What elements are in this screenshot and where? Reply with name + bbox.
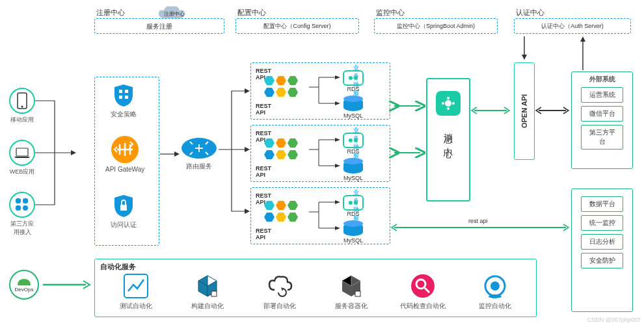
plat-log: 日志分析 bbox=[581, 234, 623, 250]
client-third bbox=[9, 192, 35, 218]
svg-point-18 bbox=[349, 201, 353, 205]
header-mon: 监控中心 bbox=[376, 8, 405, 18]
svg-rect-9 bbox=[119, 96, 122, 99]
helmet-icon bbox=[16, 278, 32, 287]
rest-api-label: rest api bbox=[468, 218, 488, 224]
auto-code: 代码检查自动化 bbox=[390, 273, 455, 311]
client-third-label: 第三方应 用接入 bbox=[7, 220, 38, 237]
svg-point-16 bbox=[349, 138, 353, 142]
svg-point-23 bbox=[447, 97, 449, 99]
svg-rect-4 bbox=[23, 198, 28, 203]
svg-rect-5 bbox=[16, 205, 21, 211]
automation-container: 自动化服务 测试自动化 构建自动化 部署自动化 服务容器化 代码检查自动化 监控… bbox=[94, 259, 537, 317]
auto-test: 测试自动化 bbox=[103, 273, 168, 311]
arrow-gw-router bbox=[160, 151, 180, 157]
security-policy: 安全策略 bbox=[111, 83, 137, 119]
access-auth: 访问认证 bbox=[111, 194, 137, 229]
svg-rect-7 bbox=[119, 90, 122, 93]
svg-point-17 bbox=[354, 138, 358, 142]
svg-rect-10 bbox=[125, 96, 128, 99]
plat-sec: 安全防护 bbox=[581, 253, 623, 268]
svg-point-21 bbox=[442, 102, 444, 105]
svg-rect-25 bbox=[124, 274, 148, 298]
cloud-sync-icon bbox=[267, 273, 293, 299]
header-cfg: 配置中心 bbox=[237, 8, 266, 18]
auto-build: 构建自动化 bbox=[175, 273, 240, 311]
api-gateway: API GateWay bbox=[105, 135, 144, 173]
arrow-msg-openapi bbox=[472, 104, 511, 117]
router-service: 路由服务 bbox=[181, 136, 217, 171]
arrow-router-fanout bbox=[219, 84, 251, 221]
svg-point-19 bbox=[354, 201, 358, 205]
rds-icon: RDS bbox=[343, 70, 364, 92]
svg-point-1 bbox=[21, 106, 23, 108]
message-icon bbox=[436, 91, 461, 116]
header-auth: 认证中心 bbox=[516, 8, 544, 18]
svg-rect-26 bbox=[211, 291, 217, 296]
laptop-icon bbox=[14, 147, 31, 159]
svg-point-20 bbox=[445, 100, 451, 107]
chart-icon bbox=[123, 273, 149, 299]
ext-third: 第三方平台 bbox=[581, 125, 623, 150]
client-web bbox=[9, 140, 35, 166]
svg-point-28 bbox=[411, 274, 435, 298]
arrow-auth-up bbox=[579, 35, 592, 73]
client-mobile-label: 移动应用 bbox=[9, 116, 35, 124]
auto-deploy: 部署自动化 bbox=[247, 273, 312, 311]
svg-rect-3 bbox=[16, 198, 21, 203]
camera-icon bbox=[482, 273, 508, 299]
search-icon bbox=[410, 273, 436, 299]
cloud-label: 注册中心 bbox=[164, 10, 185, 18]
router-icon bbox=[181, 136, 217, 160]
svg-point-6 bbox=[23, 205, 28, 211]
message-center: 消息 中心 bbox=[426, 78, 470, 202]
svg-point-32 bbox=[489, 294, 502, 298]
arrow-openapi-ext bbox=[536, 104, 570, 117]
platforms: 数据平台 统一监控 日志分析 安全防护 bbox=[571, 188, 633, 312]
svg-rect-27 bbox=[355, 291, 360, 296]
arrow-ms-msg bbox=[392, 88, 424, 218]
plat-data: 数据平台 bbox=[581, 196, 623, 212]
box-config: 配置中心（Config Server) bbox=[235, 18, 359, 34]
external-systems: 外部系统 运营系统 微信平台 第三方平台 bbox=[571, 72, 633, 169]
auto-monitor: 监控自动化 bbox=[463, 273, 528, 311]
svg-rect-2 bbox=[16, 148, 28, 156]
cube2-icon bbox=[338, 273, 364, 299]
cube-icon bbox=[195, 273, 221, 299]
shield-icon bbox=[111, 83, 136, 108]
svg-rect-8 bbox=[125, 90, 128, 93]
shield-lock-icon bbox=[111, 194, 136, 218]
svg-point-24 bbox=[447, 107, 449, 110]
client-mobile bbox=[9, 88, 35, 114]
gateway-icon bbox=[111, 135, 139, 164]
mobile-icon bbox=[16, 92, 28, 109]
box-monitor: 监控中心（SpringBoot Admin) bbox=[374, 18, 498, 34]
svg-point-22 bbox=[452, 102, 455, 105]
mysql-icon: MySQL bbox=[343, 98, 363, 119]
open-api: OPEN API bbox=[514, 62, 535, 160]
svg-rect-12 bbox=[120, 205, 127, 211]
svg-point-31 bbox=[490, 281, 500, 291]
arrow-auth-down bbox=[520, 35, 533, 61]
apps-icon bbox=[15, 198, 29, 212]
line-clients bbox=[35, 98, 97, 214]
ext-op: 运营系统 bbox=[581, 87, 623, 103]
plat-monitor: 统一监控 bbox=[581, 215, 623, 231]
box-auth: 认证中心（Auth Server) bbox=[514, 18, 631, 34]
arrow-devops bbox=[40, 280, 91, 290]
auto-container: 服务容器化 bbox=[319, 273, 384, 311]
client-web-label: WEB应用 bbox=[8, 168, 36, 176]
watermark: CSDN @007php007 bbox=[587, 317, 641, 323]
devops: DevOps bbox=[9, 270, 39, 300]
box-service-reg: 服务注册 bbox=[94, 18, 224, 34]
header-reg: 注册中心 bbox=[96, 8, 125, 18]
ext-wx: 微信平台 bbox=[581, 106, 623, 122]
